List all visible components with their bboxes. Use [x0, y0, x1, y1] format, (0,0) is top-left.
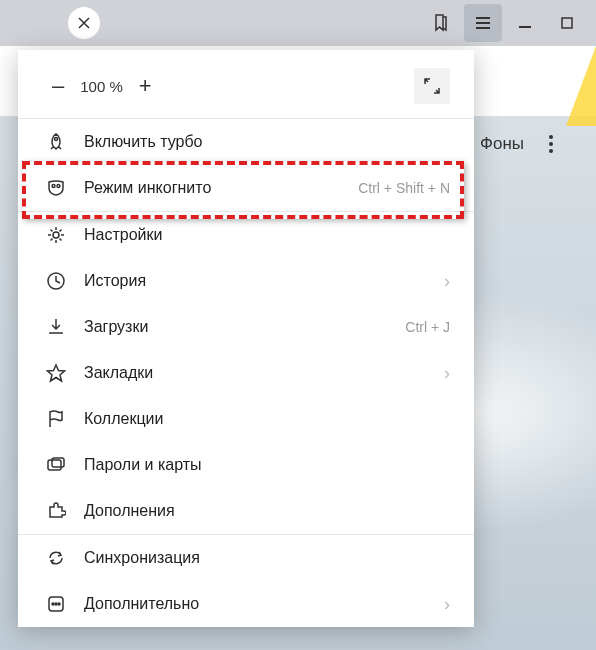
menu-label: Пароли и карты — [84, 456, 450, 474]
backgrounds-button[interactable]: Фоны — [480, 134, 524, 154]
menu-label: Режим инкогнито — [84, 179, 358, 197]
fullscreen-button[interactable] — [414, 68, 450, 104]
mask-icon — [42, 177, 70, 199]
puzzle-icon — [42, 500, 70, 522]
gear-icon — [42, 224, 70, 246]
zoom-out-button[interactable]: – — [42, 73, 74, 99]
main-menu: – 100 % + Включить турбо Режим инкогнито… — [18, 50, 474, 627]
menu-item-more[interactable]: Дополнительно › — [18, 581, 474, 627]
yandex-accent — [566, 46, 596, 126]
menu-label: История — [84, 272, 436, 290]
svg-point-1 — [55, 138, 58, 141]
svg-point-9 — [58, 603, 60, 605]
more-options-button[interactable] — [536, 135, 566, 153]
menu-label: Загрузки — [84, 318, 405, 336]
download-icon — [42, 316, 70, 338]
menu-label: Дополнения — [84, 502, 450, 520]
menu-label: Дополнительно — [84, 595, 436, 613]
menu-item-collections[interactable]: Коллекции — [18, 396, 474, 442]
star-icon — [42, 362, 70, 384]
menu-item-sync[interactable]: Синхронизация — [18, 535, 474, 581]
menu-label: Синхронизация — [84, 549, 450, 567]
bookmarks-all-icon[interactable] — [422, 4, 460, 42]
menu-item-bookmarks[interactable]: Закладки › — [18, 350, 474, 396]
sync-icon — [42, 547, 70, 569]
rocket-icon — [42, 131, 70, 153]
clock-icon — [42, 270, 70, 292]
zoom-controls: – 100 % + — [18, 50, 474, 118]
menu-item-turbo[interactable]: Включить турбо — [18, 119, 474, 165]
more-icon — [42, 593, 70, 615]
menu-label: Настройки — [84, 226, 450, 244]
flag-icon — [42, 408, 70, 430]
menu-item-history[interactable]: История › — [18, 258, 474, 304]
shortcut-text: Ctrl + J — [405, 319, 450, 335]
zoom-value: 100 % — [74, 78, 129, 95]
fullscreen-icon — [423, 77, 441, 95]
hamburger-icon — [474, 14, 492, 32]
page-controls: Фоны — [480, 134, 566, 154]
menu-label: Коллекции — [84, 410, 450, 428]
svg-point-2 — [53, 232, 59, 238]
card-icon — [42, 454, 70, 476]
menu-item-downloads[interactable]: Загрузки Ctrl + J — [18, 304, 474, 350]
close-icon — [77, 16, 91, 30]
menu-button[interactable] — [464, 4, 502, 42]
chevron-right-icon: › — [444, 271, 450, 292]
chevron-right-icon: › — [444, 594, 450, 615]
zoom-in-button[interactable]: + — [129, 73, 162, 99]
tab-close-button[interactable] — [68, 7, 100, 39]
menu-label: Включить турбо — [84, 133, 450, 151]
menu-item-incognito[interactable]: Режим инкогнито Ctrl + Shift + N — [18, 165, 474, 211]
svg-point-7 — [52, 603, 54, 605]
maximize-button[interactable] — [546, 4, 588, 42]
menu-item-addons[interactable]: Дополнения — [18, 488, 474, 534]
svg-point-8 — [55, 603, 57, 605]
svg-rect-0 — [562, 18, 572, 28]
menu-label: Закладки — [84, 364, 436, 382]
svg-rect-4 — [48, 460, 61, 470]
menu-item-settings[interactable]: Настройки — [18, 212, 474, 258]
titlebar — [0, 0, 596, 46]
menu-item-passwords[interactable]: Пароли и карты — [18, 442, 474, 488]
minimize-button[interactable] — [504, 4, 546, 42]
chevron-right-icon: › — [444, 363, 450, 384]
shortcut-text: Ctrl + Shift + N — [358, 180, 450, 196]
